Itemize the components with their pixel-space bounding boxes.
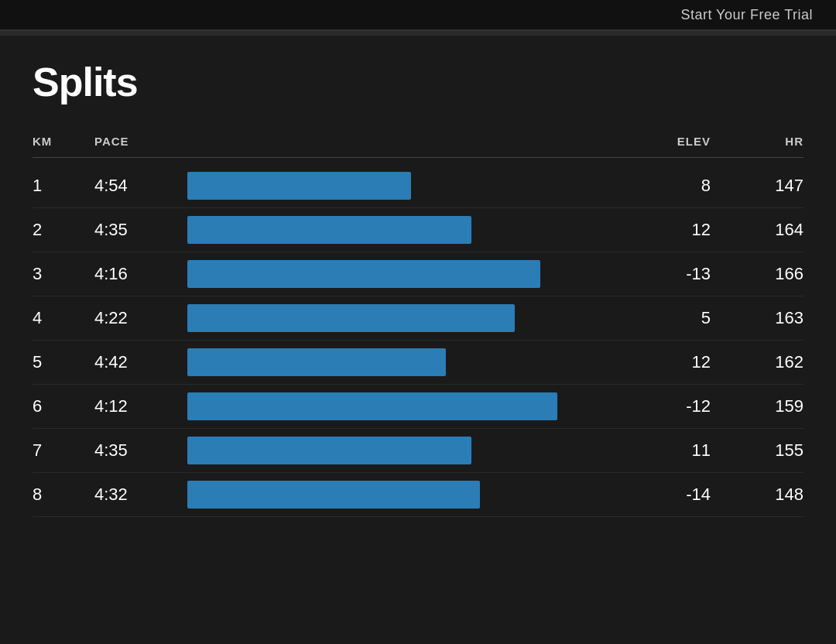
bar-container xyxy=(187,345,618,379)
top-bar: Start Your Free Trial xyxy=(0,0,836,31)
main-content: Splits KM PACE ELEV HR 1 4:54 8 147 2 4:… xyxy=(0,36,836,540)
pace-cell: 4:42 xyxy=(94,352,187,372)
pace-bar xyxy=(187,348,446,376)
pace-bar xyxy=(187,437,471,464)
pace-cell: 4:54 xyxy=(94,176,187,196)
elev-cell: 11 xyxy=(618,440,711,461)
pace-cell: 4:35 xyxy=(94,440,187,461)
table-row: 6 4:12 -12 159 xyxy=(33,385,803,429)
col-header-bar xyxy=(187,135,618,148)
col-header-km: KM xyxy=(33,135,94,148)
pace-cell: 4:35 xyxy=(94,220,187,240)
pace-cell: 4:32 xyxy=(94,485,187,505)
hr-cell: 164 xyxy=(711,220,803,240)
table-row: 1 4:54 8 147 xyxy=(33,164,803,208)
elev-cell: 8 xyxy=(618,176,711,196)
km-cell: 3 xyxy=(33,264,94,284)
splits-table: KM PACE ELEV HR 1 4:54 8 147 2 4:35 12 1… xyxy=(33,128,803,517)
bar-container xyxy=(187,213,618,247)
table-row: 2 4:35 12 164 xyxy=(33,208,803,252)
bar-container xyxy=(187,433,618,468)
trial-button[interactable]: Start Your Free Trial xyxy=(680,7,813,23)
hr-cell: 159 xyxy=(711,396,803,416)
pace-cell: 4:16 xyxy=(94,264,187,284)
pace-cell: 4:22 xyxy=(94,308,187,328)
table-row: 8 4:32 -14 148 xyxy=(33,473,803,517)
elev-cell: 5 xyxy=(618,308,711,328)
pace-cell: 4:12 xyxy=(94,396,187,416)
elev-cell: 12 xyxy=(618,352,711,372)
hr-cell: 166 xyxy=(711,264,803,284)
bar-container xyxy=(187,478,618,512)
pace-bar xyxy=(187,216,471,244)
km-cell: 8 xyxy=(33,485,94,505)
bar-container xyxy=(187,301,618,335)
km-cell: 5 xyxy=(33,352,94,372)
km-cell: 7 xyxy=(33,440,94,461)
elev-cell: -13 xyxy=(618,264,711,284)
table-row: 7 4:35 11 155 xyxy=(33,429,803,473)
km-cell: 4 xyxy=(33,308,94,328)
bar-container xyxy=(187,389,618,423)
hr-cell: 155 xyxy=(711,440,803,461)
km-cell: 2 xyxy=(33,220,94,240)
elev-cell: -14 xyxy=(618,485,711,505)
elev-cell: 12 xyxy=(618,220,711,240)
table-row: 4 4:22 5 163 xyxy=(33,296,803,341)
page-title: Splits xyxy=(33,59,803,105)
col-header-hr: HR xyxy=(711,135,803,148)
col-header-pace: PACE xyxy=(94,135,187,148)
pace-bar xyxy=(187,260,540,288)
table-header: KM PACE ELEV HR xyxy=(33,128,803,158)
pace-bar xyxy=(187,304,515,332)
elev-cell: -12 xyxy=(618,396,711,416)
hr-cell: 162 xyxy=(711,352,803,372)
bar-container xyxy=(187,169,618,203)
km-cell: 6 xyxy=(33,396,94,416)
pace-bar xyxy=(187,481,480,509)
km-cell: 1 xyxy=(33,176,94,196)
pace-bar xyxy=(187,172,411,200)
splits-rows: 1 4:54 8 147 2 4:35 12 164 3 4:16 -13 16… xyxy=(33,164,803,517)
hr-cell: 148 xyxy=(711,485,803,505)
table-row: 5 4:42 12 162 xyxy=(33,341,803,385)
pace-bar xyxy=(187,392,557,420)
hr-cell: 147 xyxy=(711,176,803,196)
col-header-elev: ELEV xyxy=(618,135,711,148)
bar-container xyxy=(187,257,618,291)
hr-cell: 163 xyxy=(711,308,803,328)
table-row: 3 4:16 -13 166 xyxy=(33,252,803,296)
